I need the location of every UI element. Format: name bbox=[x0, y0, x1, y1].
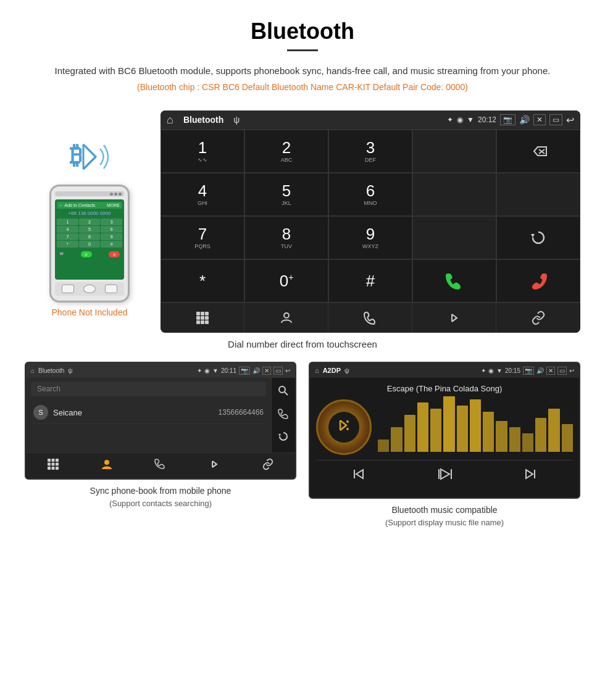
music-cam-icon: 📷 bbox=[523, 367, 534, 375]
search-placeholder: Search bbox=[37, 385, 60, 393]
page-container: Bluetooth Integrated with BC6 Bluetooth … bbox=[0, 0, 605, 554]
phone-mini-key: 0 bbox=[79, 241, 101, 248]
close-icon[interactable]: ✕ bbox=[533, 114, 546, 125]
eq-bar bbox=[548, 409, 559, 452]
dial-key-star[interactable]: * bbox=[161, 259, 244, 302]
music-vol-icon: 🔊 bbox=[536, 367, 544, 374]
phone-mini-key: * bbox=[57, 241, 78, 248]
dial-key-9[interactable]: 9 WXYZ bbox=[328, 216, 412, 259]
eq-bar bbox=[457, 406, 468, 452]
dial-key-3[interactable]: 3 DEF bbox=[328, 130, 412, 173]
next-icon bbox=[523, 467, 538, 481]
dial-key-7[interactable]: 7 PQRS bbox=[161, 216, 244, 259]
nav-phone-icon[interactable] bbox=[328, 303, 412, 333]
eq-bar bbox=[562, 424, 573, 452]
dial-caption: Dial number direct from touchscreen bbox=[25, 339, 580, 349]
dial-key-2[interactable]: 2 ABC bbox=[244, 130, 328, 173]
dial-key-0[interactable]: 0+ bbox=[244, 259, 328, 302]
svg-marker-6 bbox=[531, 234, 535, 238]
next-track-button[interactable] bbox=[523, 467, 538, 485]
phone-screen: ← Add to Contacts MORE +86 138 0000 0000… bbox=[55, 199, 124, 280]
sidebar-phone-icon[interactable] bbox=[275, 406, 291, 425]
pb-back-icon: ↩ bbox=[285, 367, 290, 374]
back-icon[interactable]: ↩ bbox=[566, 114, 574, 126]
contact-row[interactable]: S Seicane 13566664466 bbox=[31, 401, 266, 424]
svg-text:♫: ♫ bbox=[339, 425, 343, 430]
phone-dot-1 bbox=[110, 193, 113, 196]
contact-phone: 13566664466 bbox=[219, 408, 264, 417]
dial-key-hash[interactable]: # bbox=[328, 259, 412, 302]
pb-signal-icon: ▼ bbox=[212, 367, 219, 374]
home-icon[interactable]: ⌂ bbox=[167, 114, 173, 127]
window-icon[interactable]: ▭ bbox=[549, 114, 562, 125]
song-title: Escape (The Pina Colada Song) bbox=[387, 384, 502, 393]
svg-marker-39 bbox=[441, 469, 449, 479]
nav-dialpad-icon[interactable] bbox=[161, 303, 244, 333]
camera-icon[interactable]: 📷 bbox=[500, 114, 515, 125]
phonebook-screenshot-box: ⌂ Bluetooth ψ ✦ ◉ ▼ 20:11 📷 🔊 ✕ ▭ ↩ bbox=[25, 362, 296, 529]
pb-vol-icon: 🔊 bbox=[252, 367, 260, 374]
dial-key-6[interactable]: 6 MNO bbox=[328, 173, 412, 216]
phone-mini-key: 1 bbox=[57, 219, 78, 225]
pb-cam-icon: 📷 bbox=[239, 367, 250, 375]
svg-rect-8 bbox=[201, 312, 204, 315]
sidebar-refresh-icon[interactable] bbox=[275, 428, 291, 448]
nav-bluetooth-icon[interactable] bbox=[412, 303, 496, 333]
eq-bar bbox=[404, 415, 415, 452]
dial-key-4[interactable]: 4 GHI bbox=[161, 173, 244, 216]
phone-top-bar bbox=[55, 191, 124, 196]
dial-key-8[interactable]: 8 TUV bbox=[244, 216, 328, 259]
prev-track-button[interactable] bbox=[351, 467, 366, 485]
contact-avatar: S bbox=[33, 405, 48, 420]
music-win-icon: ▭ bbox=[557, 367, 567, 375]
eq-bar bbox=[470, 399, 481, 452]
music-caption: Bluetooth music compatible (Support disp… bbox=[385, 504, 504, 529]
play-pause-button[interactable] bbox=[436, 467, 453, 485]
pb-nav-bluetooth[interactable] bbox=[208, 458, 220, 473]
page-title: Bluetooth bbox=[25, 19, 580, 44]
search-bar[interactable]: Search bbox=[31, 381, 266, 396]
phonebook-status-bar: ⌂ Bluetooth ψ ✦ ◉ ▼ 20:11 📷 🔊 ✕ ▭ ↩ bbox=[26, 363, 295, 378]
nav-link-icon[interactable] bbox=[496, 303, 580, 333]
dial-key-1[interactable]: 1 ∿∿ bbox=[161, 130, 244, 173]
pb-nav-link[interactable] bbox=[262, 458, 274, 473]
phone-nav-btn bbox=[62, 285, 74, 293]
music-close-icon: ✕ bbox=[546, 367, 555, 375]
dialpad-status-bar: ⌂ Bluetooth ψ ✦ ◉ ▼ 20:12 📷 🔊 ✕ ▭ ↩ bbox=[161, 110, 580, 129]
pb-nav-grid[interactable] bbox=[47, 458, 59, 473]
phone-dialpad-mini: 1 2 3 4 5 6 7 8 9 * 0 # bbox=[57, 219, 122, 248]
dial-key-5[interactable]: 5 JKL bbox=[244, 173, 328, 216]
music-controls bbox=[316, 460, 573, 491]
phone-mini-key: 8 bbox=[79, 233, 101, 240]
eq-bar bbox=[430, 409, 441, 452]
dialpad-grid: 1 ∿∿ 2 ABC 3 DEF bbox=[161, 129, 580, 302]
phone-screen-header: ← Add to Contacts MORE bbox=[57, 202, 122, 209]
dial-key-empty-r3 bbox=[412, 216, 496, 259]
page-description: Integrated with BC6 Bluetooth module, su… bbox=[25, 64, 580, 78]
music-usb-icon: ψ bbox=[344, 367, 349, 374]
phone-mini-key: 5 bbox=[79, 226, 101, 233]
dial-key-empty-r2b bbox=[496, 173, 580, 216]
phone-bottom-bar: ☎ ✆ ✆ bbox=[57, 249, 122, 259]
page-specs: (Bluetooth chip : CSR BC6 Default Blueto… bbox=[25, 82, 580, 92]
nav-contacts-icon[interactable] bbox=[244, 303, 328, 333]
dial-key-end-call[interactable] bbox=[496, 259, 580, 302]
eq-bar bbox=[391, 427, 402, 452]
volume-icon[interactable]: 🔊 bbox=[519, 115, 530, 125]
phone-mini-key: # bbox=[101, 241, 122, 248]
music-screenshot: ⌂ A2DP ψ ✦ ◉ ▼ 20:15 📷 🔊 ✕ ▭ ↩ bbox=[309, 362, 580, 499]
end-call-icon bbox=[528, 271, 548, 291]
status-bar-title: Bluetooth bbox=[183, 115, 223, 125]
sidebar-search-icon[interactable] bbox=[275, 383, 291, 402]
phone-mini-key: 7 bbox=[57, 233, 78, 240]
dial-key-refresh[interactable] bbox=[496, 216, 580, 259]
music-back-icon: ↩ bbox=[569, 367, 574, 374]
svg-marker-20 bbox=[278, 434, 281, 436]
pb-nav-contacts[interactable] bbox=[101, 458, 113, 473]
play-pause-icon bbox=[436, 467, 453, 481]
dial-key-backspace[interactable] bbox=[496, 130, 580, 173]
music-home-icon: ⌂ bbox=[315, 367, 319, 374]
pb-nav-phone[interactable] bbox=[154, 458, 167, 473]
dial-key-empty-r2 bbox=[412, 173, 496, 216]
dial-key-call[interactable] bbox=[412, 259, 496, 302]
